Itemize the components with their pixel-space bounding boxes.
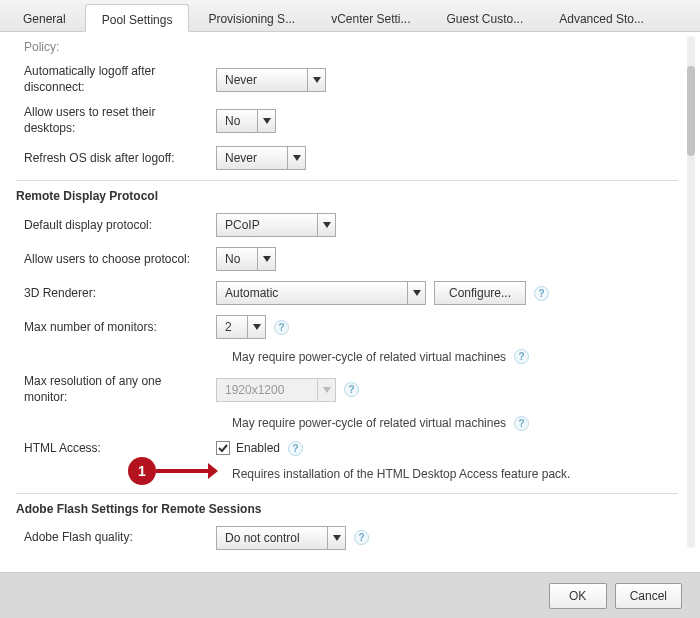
chevron-down-icon — [317, 379, 335, 401]
html-access-enabled-text: Enabled — [236, 441, 280, 455]
tab-advanced-storage[interactable]: Advanced Sto... — [542, 3, 661, 31]
html-access-label: HTML Access: — [16, 441, 216, 457]
tab-pool-settings[interactable]: Pool Settings — [85, 4, 190, 32]
max-resolution-hint: May require power-cycle of related virtu… — [232, 416, 678, 431]
chevron-down-icon — [327, 527, 345, 549]
allow-choose-protocol-select[interactable]: No — [216, 247, 276, 271]
max-monitors-label: Max number of monitors: — [16, 320, 216, 336]
clipped-row-label: Policy: — [16, 40, 678, 54]
help-icon[interactable]: ? — [274, 320, 289, 335]
annotation-callout: 1 — [128, 457, 216, 485]
chevron-down-icon — [287, 147, 305, 169]
html-access-hint: Requires installation of the HTML Deskto… — [232, 466, 592, 483]
chevron-down-icon — [257, 110, 275, 132]
section-flash-title: Adobe Flash Settings for Remote Sessions — [16, 502, 678, 516]
annotation-badge: 1 — [128, 457, 156, 485]
allow-reset-label: Allow users to reset their desktops: — [16, 105, 216, 136]
ok-button[interactable]: OK — [549, 583, 607, 609]
tab-provisioning[interactable]: Provisioning S... — [191, 3, 312, 31]
chevron-down-icon — [257, 248, 275, 270]
max-monitors-hint: May require power-cycle of related virtu… — [232, 349, 678, 364]
help-icon[interactable]: ? — [344, 382, 359, 397]
help-icon[interactable]: ? — [354, 530, 369, 545]
auto-logoff-select[interactable]: Never — [216, 68, 326, 92]
chevron-down-icon — [307, 69, 325, 91]
chevron-down-icon — [247, 316, 265, 338]
chevron-down-icon — [407, 282, 425, 304]
auto-logoff-label: Automatically logoff after disconnect: — [16, 64, 216, 95]
max-monitors-select[interactable]: 2 — [216, 315, 266, 339]
help-icon[interactable]: ? — [288, 441, 303, 456]
html-access-checkbox[interactable] — [216, 441, 230, 455]
flash-quality-label: Adobe Flash quality: — [16, 530, 216, 546]
tab-guest-custom[interactable]: Guest Custo... — [430, 3, 541, 31]
default-protocol-label: Default display protocol: — [16, 218, 216, 234]
tab-bar: General Pool Settings Provisioning S... … — [0, 0, 700, 32]
scroll-thumb[interactable] — [687, 66, 695, 156]
content-area: Policy: Automatically logoff after disco… — [0, 32, 700, 552]
dialog-footer: OK Cancel — [0, 572, 700, 618]
chevron-down-icon — [317, 214, 335, 236]
configure-button[interactable]: Configure... — [434, 281, 526, 305]
help-icon[interactable]: ? — [514, 349, 529, 364]
help-icon[interactable]: ? — [534, 286, 549, 301]
max-resolution-label: Max resolution of any one monitor: — [16, 374, 216, 405]
allow-choose-protocol-label: Allow users to choose protocol: — [16, 252, 216, 268]
tab-vcenter[interactable]: vCenter Setti... — [314, 3, 427, 31]
help-icon[interactable]: ? — [514, 416, 529, 431]
refresh-os-label: Refresh OS disk after logoff: — [16, 151, 216, 167]
refresh-os-select[interactable]: Never — [216, 146, 306, 170]
cancel-button[interactable]: Cancel — [615, 583, 682, 609]
section-remote-title: Remote Display Protocol — [16, 189, 678, 203]
divider — [16, 180, 678, 181]
3d-renderer-label: 3D Renderer: — [16, 286, 216, 302]
divider — [16, 493, 678, 494]
3d-renderer-select[interactable]: Automatic — [216, 281, 426, 305]
scrollbar[interactable] — [687, 36, 695, 548]
default-protocol-select[interactable]: PCoIP — [216, 213, 336, 237]
annotation-arrow — [156, 469, 216, 473]
tab-general[interactable]: General — [6, 3, 83, 31]
flash-quality-select[interactable]: Do not control — [216, 526, 346, 550]
allow-reset-select[interactable]: No — [216, 109, 276, 133]
max-resolution-select: 1920x1200 — [216, 378, 336, 402]
